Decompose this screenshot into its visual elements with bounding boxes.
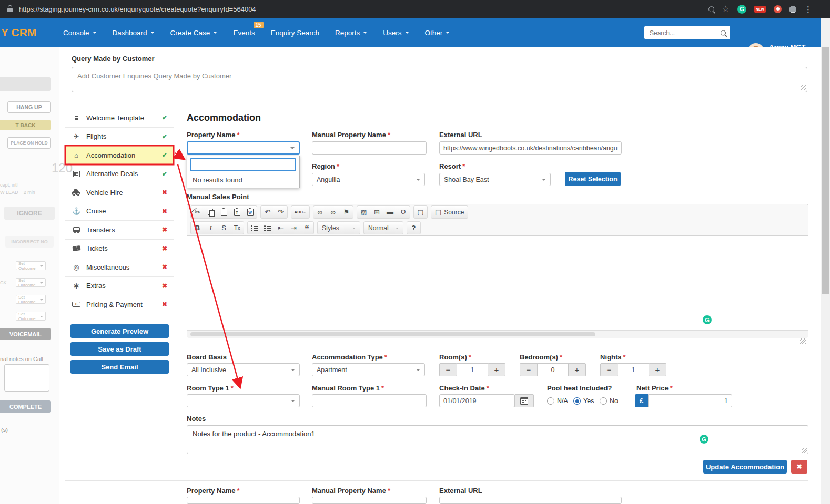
hang-up-button[interactable]: HANG UP (7, 101, 51, 113)
nav-item-console[interactable]: Console (63, 29, 97, 37)
format-dropdown[interactable]: Normal (363, 221, 403, 234)
browser-menu-icon[interactable]: ⋮ (804, 5, 812, 13)
increase-indent-icon[interactable]: ⇥ (287, 222, 300, 234)
rooms-value[interactable]: 1 (457, 363, 488, 376)
place-on-hold-button[interactable]: PLACE ON HOLD (7, 137, 51, 149)
nav-item-events[interactable]: Events15 (233, 29, 255, 37)
printer-icon[interactable] (789, 7, 796, 12)
set-outcome-select[interactable]: Set Outcome (16, 312, 46, 321)
generate-preview-button[interactable]: Generate Preview (70, 324, 169, 338)
property-name-select[interactable] (187, 497, 300, 504)
section-item-tickets[interactable]: Tickets✖ (65, 240, 174, 259)
resort-select[interactable]: Shoal Bay East (439, 173, 551, 186)
external-url-input[interactable] (439, 497, 622, 504)
scrollbar-thumb[interactable] (822, 47, 829, 294)
radio-icon[interactable] (600, 397, 607, 405)
bedrooms-value[interactable]: 0 (537, 363, 569, 376)
section-item-cruise[interactable]: ⚓Cruise✖ (65, 202, 174, 221)
property-name-select[interactable] (187, 141, 300, 155)
section-item-pricing-payment[interactable]: Pricing & Payment✖ (65, 295, 174, 314)
rooms-increment-button[interactable]: + (488, 363, 505, 376)
image-icon[interactable]: ▨ (357, 206, 370, 218)
save-as-draft-button[interactable]: Save as Draft (70, 342, 169, 356)
section-item-flights[interactable]: ✈Flights✔ (65, 128, 174, 147)
manual-room-type-input[interactable] (312, 394, 427, 407)
section-item-miscellaneous[interactable]: ◎Miscellaneous✖ (65, 258, 174, 277)
paste-plain-text-icon[interactable] (230, 206, 244, 218)
section-item-transfers[interactable]: Transfers✖ (65, 221, 174, 240)
nav-item-create-case[interactable]: Create Case (170, 29, 218, 37)
dropdown-search-input[interactable] (190, 158, 296, 171)
source-button[interactable]: Source (444, 209, 464, 216)
remove-format-icon[interactable]: Tx (230, 222, 244, 234)
numbered-list-icon[interactable] (248, 222, 261, 234)
paste-icon[interactable] (217, 206, 230, 218)
ignore-button[interactable]: IGNORE (4, 207, 55, 220)
accommodation-type-select[interactable]: Apartment (312, 363, 425, 376)
section-item-vehicle-hire[interactable]: Vehicle Hire✖ (65, 183, 174, 202)
pool-heat-option-no[interactable]: No (600, 397, 618, 405)
redo-icon[interactable]: ↷ (274, 206, 287, 218)
notes-resize-grip[interactable] (802, 448, 807, 453)
nights-decrement-button[interactable]: − (600, 363, 618, 376)
nav-item-dashboard[interactable]: Dashboard (113, 29, 155, 37)
section-item-extras[interactable]: ∗Extras✖ (65, 277, 174, 296)
horizontal-rule-icon[interactable]: ▬ (383, 206, 397, 218)
section-item-welcome-template[interactable]: Welcome Template✔ (65, 109, 174, 128)
call-back-button[interactable]: T BACK (0, 120, 51, 130)
set-outcome-select[interactable]: Set Outcome (16, 295, 46, 304)
link-icon[interactable]: ∞ (313, 206, 327, 218)
complete-button[interactable]: COMPLETE (0, 400, 51, 413)
nights-increment-button[interactable]: + (649, 363, 666, 376)
cut-icon[interactable]: ✂ (191, 206, 204, 218)
editor-resize-grip[interactable] (800, 338, 806, 344)
pool-heat-option-yes[interactable]: Yes (573, 397, 594, 405)
search-icon[interactable] (721, 30, 726, 35)
pool-heat-option-na[interactable]: N/A (547, 397, 568, 405)
send-email-button[interactable]: Send Email (70, 360, 169, 374)
nav-item-enquiry-search[interactable]: Enquiry Search (271, 29, 319, 37)
notes-textarea[interactable]: Notes for the product - Accommodation1 (187, 425, 808, 454)
help-icon[interactable]: ? (407, 222, 420, 234)
bedrooms-increment-button[interactable]: + (568, 363, 586, 376)
italic-icon[interactable]: I (204, 222, 217, 234)
rooms-decrement-button[interactable]: − (439, 363, 457, 376)
nav-item-reports[interactable]: Reports (335, 29, 367, 37)
address-bar[interactable]: https://staging.journey-crm.co.uk/enquir… (19, 5, 702, 13)
bedrooms-decrement-button[interactable]: − (520, 363, 538, 376)
board-basis-select[interactable]: All Inclusive (187, 363, 300, 376)
maximize-icon[interactable]: ▢ (414, 206, 427, 218)
calendar-button[interactable] (514, 394, 534, 407)
nights-value[interactable]: 1 (618, 363, 649, 376)
radio-selected-icon[interactable] (573, 397, 581, 405)
undo-icon[interactable]: ↶ (261, 206, 274, 218)
update-accommodation-button[interactable]: Update Accommodation (703, 460, 787, 474)
voicemail-button[interactable]: VOICEMAIL (0, 328, 51, 340)
section-item-accommodation[interactable]: ⌂Accommodation✔ (65, 146, 174, 165)
nav-item-users[interactable]: Users (383, 29, 409, 37)
grammarly-icon[interactable] (700, 435, 708, 444)
bookmark-star-icon[interactable]: ☆ (722, 5, 730, 13)
manual-property-name-input[interactable] (312, 141, 427, 155)
incorrect-no-button[interactable]: INCORRECT NO (5, 236, 54, 248)
copy-icon[interactable] (204, 206, 217, 218)
section-item-alternative-deals[interactable]: Alternative Deals✔ (65, 165, 174, 184)
set-outcome-select[interactable]: Set Outcome (16, 278, 46, 287)
zoom-icon[interactable] (708, 6, 714, 12)
styles-dropdown[interactable]: Styles (317, 221, 360, 234)
grammarly-extension-icon[interactable] (737, 5, 746, 14)
nett-price-input[interactable] (648, 394, 732, 407)
editor-body[interactable] (187, 236, 808, 330)
set-outcome-select[interactable]: Set Outcome (16, 261, 46, 270)
special-char-icon[interactable]: Ω (397, 206, 410, 218)
new-extension-badge[interactable]: NEW (754, 6, 766, 13)
strikethrough-icon[interactable]: S (217, 222, 230, 234)
external-url-input[interactable] (439, 141, 622, 155)
bullet-list-icon[interactable] (261, 222, 274, 234)
remove-accommodation-button[interactable]: ✖ (791, 460, 807, 474)
extension-icon[interactable] (774, 5, 782, 13)
radio-icon[interactable] (547, 397, 554, 405)
grammarly-icon[interactable] (703, 315, 712, 324)
blockquote-icon[interactable]: “ (300, 220, 313, 235)
table-icon[interactable]: ⊞ (370, 206, 383, 218)
